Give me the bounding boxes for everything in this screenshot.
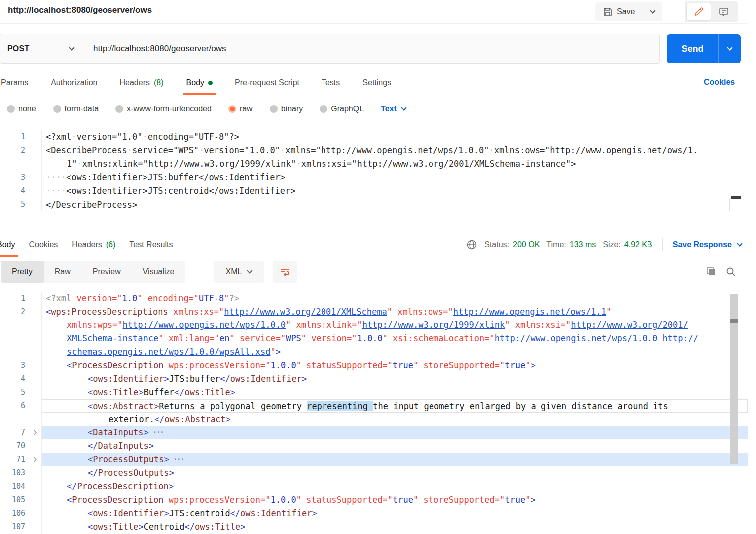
chevron-down-icon — [69, 45, 74, 50]
tab-cookies[interactable]: Cookies — [29, 233, 58, 257]
line-number: 70 — [16, 439, 25, 453]
request-body-editor[interactable]: 1<?xml·version="1.0"·encoding="UTF-8"?>2… — [0, 130, 730, 212]
comment-button[interactable] — [711, 3, 736, 21]
size-label: Size: — [603, 240, 621, 249]
tab-settings[interactable]: Settings — [362, 71, 391, 95]
request-editor-scroll-marker[interactable] — [731, 196, 741, 199]
search-icon — [725, 266, 736, 277]
response-body-editor[interactable]: 1<?xml version="1.0" encoding="UTF-8"?>2… — [0, 292, 748, 534]
send-options-button[interactable] — [719, 48, 741, 50]
save-options-button[interactable] — [643, 2, 662, 21]
tab-pre-request-script[interactable]: Pre-request Script — [235, 71, 299, 95]
code-text: </ProcessDescription> — [42, 480, 748, 493]
body-mode-form-data[interactable]: form-data — [53, 105, 99, 113]
tab-label: Pre-request Script — [235, 78, 299, 87]
code-line: 105<ProcessDescription wps:processVersio… — [0, 493, 748, 507]
line-gutter: 4 — [0, 184, 42, 198]
tab-label: Tests — [322, 78, 340, 87]
copy-icon — [705, 266, 716, 277]
line-number: 2 — [21, 305, 25, 319]
tab-test-results[interactable]: Test Results — [129, 233, 173, 257]
code-line: 4····<ows:Identifier>JTS:centroid</ows:I… — [0, 184, 730, 198]
line-gutter: 4 — [0, 372, 42, 386]
response-scrollbar-marker — [730, 319, 738, 323]
tab-params[interactable]: Params — [1, 71, 28, 95]
code-text: <wps:ProcessDescriptions xmlns:xs="http:… — [42, 305, 748, 319]
save-response-button[interactable]: Save Response — [673, 240, 742, 249]
body-mode-label: raw — [240, 105, 253, 113]
tab-body[interactable]: Body — [0, 233, 15, 257]
save-response-label: Save Response — [673, 240, 732, 249]
code-line: XMLSchema-instance" xml:lang="en" servic… — [0, 332, 748, 345]
search-button[interactable] — [723, 264, 739, 280]
page-right-edge — [748, 0, 748, 534]
tab-headers[interactable]: Headers(6) — [72, 233, 115, 257]
body-mode-row: noneform-datax-www-form-urlencodedrawbin… — [0, 98, 406, 120]
line-number: 106 — [12, 507, 25, 520]
response-toolbar: PrettyRawPreviewVisualize XML — [0, 260, 748, 284]
view-raw[interactable]: Raw — [44, 261, 82, 283]
line-gutter: 1 — [0, 292, 42, 305]
send-button[interactable]: Send — [667, 34, 741, 63]
body-mode-raw[interactable]: raw — [228, 105, 253, 113]
send-label: Send — [667, 44, 718, 54]
tab-authorization[interactable]: Authorization — [51, 71, 97, 95]
line-gutter: 107 — [0, 520, 42, 534]
save-button[interactable]: Save — [595, 2, 643, 21]
tab-label: Headers — [72, 240, 102, 249]
code-line: 71<ProcessOutputs> ··· — [0, 453, 748, 466]
body-mode-graphql[interactable]: GraphQL — [320, 105, 364, 113]
code-text: exterior.</ows:Abstract> — [42, 413, 748, 426]
body-mode-binary[interactable]: binary — [270, 105, 303, 113]
wrap-lines-button[interactable] — [273, 261, 297, 283]
body-mode-label: x-www-form-urlencoded — [127, 105, 212, 113]
view-visualize[interactable]: Visualize — [132, 261, 186, 283]
radio-icon — [115, 105, 123, 113]
size-badge: Size: 4.92 KB — [603, 240, 652, 249]
line-gutter: 103 — [0, 466, 42, 480]
body-mode-label: binary — [281, 105, 303, 113]
body-mode-x-www-form-urlencoded[interactable]: x-www-form-urlencoded — [115, 105, 212, 113]
chevron-down-icon — [247, 268, 253, 273]
language-select[interactable]: Text — [381, 105, 406, 113]
code-line: 3····<ows:Identifier>JTS:buffer</ows:Ide… — [0, 171, 730, 184]
code-text: <?xml version="1.0" encoding="UTF-8"?> — [42, 292, 748, 305]
fold-arrow-icon[interactable] — [32, 430, 37, 435]
cookies-link[interactable]: Cookies — [704, 78, 735, 87]
code-text: <ProcessDescription wps:processVersion="… — [42, 359, 748, 372]
radio-icon — [320, 105, 327, 113]
code-line: 104</ProcessDescription> — [0, 480, 748, 493]
code-line: 7<DataInputs> ··· — [0, 426, 748, 439]
line-gutter: 106 — [0, 507, 42, 520]
method-select[interactable]: POST — [0, 34, 84, 63]
line-number: 71 — [16, 453, 25, 466]
copy-button[interactable] — [703, 264, 719, 280]
code-text: <ows:Abstract>Returns a polygonal geomet… — [42, 399, 748, 413]
tab-body[interactable]: Body — [186, 71, 213, 95]
view-pretty[interactable]: Pretty — [1, 261, 44, 283]
code-text: <ows:Identifier>JTS:centroid</ows:Identi… — [42, 507, 748, 520]
url-input[interactable]: http://localhost:8080/geoserver/ows — [84, 34, 659, 63]
view-preview[interactable]: Preview — [82, 261, 132, 283]
tab-tests[interactable]: Tests — [322, 71, 340, 95]
response-status-bar: Status: 200 OK Time: 133 ms Size: 4.92 K… — [466, 233, 742, 257]
code-text: <DataInputs> ··· — [42, 426, 748, 439]
radio-icon — [228, 105, 236, 113]
tab-label: Headers — [120, 78, 150, 87]
globe-icon — [466, 239, 477, 250]
tab-headers[interactable]: Headers(8) — [120, 71, 164, 95]
fold-arrow-icon[interactable] — [32, 457, 37, 462]
edit-button[interactable] — [686, 3, 711, 21]
line-gutter: 3 — [0, 171, 42, 184]
save-label: Save — [617, 7, 635, 16]
line-number: 6 — [21, 399, 25, 413]
code-text: XMLSchema-instance" xml:lang="en" servic… — [42, 332, 748, 345]
line-number: 3 — [21, 359, 25, 372]
response-format-select[interactable]: XML — [214, 261, 264, 283]
response-header: BodyCookiesHeaders(6)Test Results Status… — [0, 233, 748, 257]
body-mode-none[interactable]: none — [7, 105, 36, 113]
tab-label: Body — [186, 78, 204, 87]
tab-label: Cookies — [29, 240, 58, 249]
code-line: 1"·xmlns:xlink="http://www.w3.org/1999/x… — [0, 157, 730, 171]
body-mode-label: form-data — [65, 105, 99, 113]
